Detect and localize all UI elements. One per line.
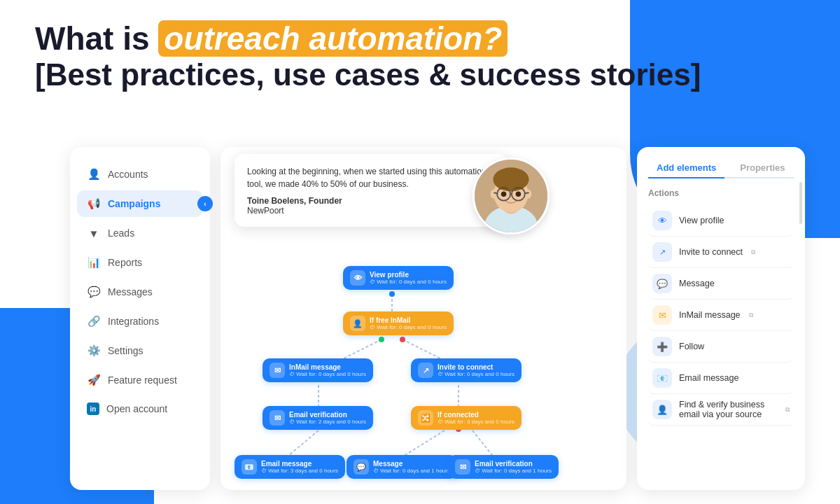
sidebar-item-campaigns[interactable]: 📢 Campaigns ‹ [77, 190, 203, 217]
panel-section-title: Actions [648, 188, 794, 198]
flow-panel: Looking at the beginning, when we starte… [220, 147, 626, 490]
sidebar-label-feature-request: Feature request [108, 374, 177, 386]
messages-icon: 💬 [87, 285, 101, 299]
svg-point-26 [379, 337, 384, 342]
follow-action-icon: ➕ [652, 337, 672, 356]
flow-node-message[interactable]: 💬 Message ⏱ Wait for: 0 days and 1 hours [346, 455, 457, 479]
sidebar-chevron[interactable]: ‹ [197, 196, 213, 211]
header-prefix: What is [35, 20, 158, 57]
action-label-invite: Invite to connect [679, 247, 743, 257]
invite-icon: ↗ [418, 363, 433, 378]
action-follow[interactable]: ➕ Follow [648, 331, 794, 363]
main-area: 👤 Accounts 📢 Campaigns ‹ ▼ Leads 📊 Repor… [70, 147, 805, 490]
testimonial-card: Looking at the beginning, when we starte… [234, 154, 507, 227]
node-label-text: InMail message [289, 363, 366, 371]
sidebar-label-open-account: Open account [106, 403, 167, 414]
action-email-message[interactable]: 📧 Email message [648, 363, 794, 394]
campaigns-icon: 📢 [87, 197, 101, 211]
flow-node-email-verification-2[interactable]: ✉ Email verification ⏱ Wait for: 0 days … [448, 455, 559, 479]
avatar-svg [475, 158, 547, 234]
tab-properties[interactable]: Properties [732, 158, 793, 178]
sidebar-item-accounts[interactable]: 👤 Accounts [77, 161, 203, 188]
testimonial-author: Toine Boelens, Founder NewPoort [247, 196, 495, 216]
settings-icon: ⚙️ [87, 344, 101, 358]
accounts-icon: 👤 [87, 167, 101, 181]
flow-node-inmail-message[interactable]: ✉ InMail message ⏱ Wait for: 0 days and … [262, 358, 373, 382]
sidebar-item-messages[interactable]: 💬 Messages [77, 279, 203, 305]
email-verify2-icon: ✉ [455, 459, 470, 475]
if-free-inmail-icon: 👤 [350, 316, 365, 331]
node-wait: ⏱ Wait for: 0 days and 1 hours [373, 468, 450, 474]
svg-point-12 [501, 191, 507, 197]
sidebar-label-messages: Messages [108, 286, 153, 298]
flow-node-invite-to-connect[interactable]: ↗ Invite to connect ⏱ Wait for: 0 days a… [411, 358, 522, 382]
svg-point-13 [516, 191, 522, 197]
sidebar-item-reports[interactable]: 📊 Reports [77, 249, 203, 276]
sidebar-label-integrations: Integrations [108, 316, 159, 327]
action-inmail-message[interactable]: ✉ InMail message ⧉ [648, 300, 794, 331]
find-email-action-icon: 👤 [652, 400, 672, 419]
sidebar-item-settings[interactable]: ⚙️ Settings [77, 337, 203, 364]
avatar [472, 158, 550, 234]
action-label-inmail: InMail message [679, 310, 741, 320]
sidebar-item-integrations[interactable]: 🔗 Integrations [77, 308, 203, 335]
header-section: What is outreach automation? [Best pract… [35, 21, 701, 93]
scrollbar[interactable] [799, 182, 802, 224]
if-connected-icon: 🔀 [418, 410, 433, 426]
flow-node-email-message[interactable]: 📧 Email message ⏱ Wait for: 3 days and 0… [234, 455, 345, 479]
node-wait: ⏱ Wait for: 0 days and 0 hours [289, 371, 366, 377]
node-label-text: Email message [261, 460, 338, 468]
sidebar-label-leads: Leads [108, 227, 134, 239]
action-label-follow: Follow [679, 342, 704, 351]
testimonial-text: Looking at the beginning, when we starte… [247, 165, 495, 190]
svg-point-5 [491, 190, 497, 199]
svg-line-10 [493, 192, 497, 193]
author-company: NewPoort [247, 206, 284, 216]
header-line1: What is outreach automation? [35, 21, 701, 57]
sidebar-item-leads[interactable]: ▼ Leads [77, 220, 203, 246]
action-find-verify-email[interactable]: 👤 Find & verify business email via your … [648, 394, 794, 426]
node-wait: ⏱ Wait for: 0 days and 0 hours [370, 279, 447, 285]
action-label-view-profile: View profile [679, 216, 724, 225]
node-label-text: Email verification [475, 460, 552, 468]
tab-add-elements[interactable]: Add elements [648, 158, 724, 178]
sidebar-item-open-account[interactable]: in Open account [77, 396, 203, 421]
sidebar-label-settings: Settings [108, 345, 144, 356]
flow-node-if-connected[interactable]: 🔀 If connected ⏱ Wait for: 3 days and 0 … [411, 406, 522, 430]
view-profile-action-icon: 👁 [652, 211, 672, 230]
action-label-find-verify: Find & verify business email via your so… [679, 400, 777, 419]
flow-node-view-profile[interactable]: 👁 View profile ⏱ Wait for: 0 days and 0 … [343, 266, 454, 290]
node-wait: ⏱ Wait for: 3 days and 0 hours [438, 419, 514, 425]
reports-icon: 📊 [87, 255, 101, 270]
panel-tabs: Add elements Properties [648, 158, 794, 178]
node-wait: ⏱ Wait for: 2 days and 0 hours [289, 419, 366, 425]
node-label-text: Message [373, 460, 450, 468]
sidebar-item-feature-request[interactable]: 🚀 Feature request [77, 367, 203, 393]
node-label-text: If free InMail [370, 316, 447, 324]
flow-node-email-verification[interactable]: ✉ Email verification ⏱ Wait for: 2 days … [262, 406, 373, 430]
external-icon-invite: ⧉ [751, 248, 755, 256]
action-invite-to-connect[interactable]: ↗ Invite to connect ⧉ [648, 237, 794, 268]
integrations-icon: 🔗 [87, 314, 101, 328]
node-label-text: If connected [438, 411, 514, 419]
view-profile-icon: 👁 [350, 270, 365, 286]
node-wait: ⏱ Wait for: 0 days and 0 hours [370, 324, 447, 330]
email-msg-icon: 📧 [241, 459, 257, 475]
flow-node-if-free-inmail[interactable]: 👤 If free InMail ⏱ Wait for: 0 days and … [343, 312, 454, 335]
inmail-action-icon: ✉ [652, 305, 672, 325]
svg-line-11 [525, 192, 529, 193]
author-name: Toine Boelens, Founder [247, 196, 342, 206]
node-wait: ⏱ Wait for: 3 days and 0 hours [261, 468, 338, 474]
action-message[interactable]: 💬 Message [648, 268, 794, 300]
node-wait: ⏱ Wait for: 0 days and 0 hours [438, 371, 514, 377]
linkedin-icon: in [87, 402, 99, 415]
svg-point-4 [493, 167, 528, 191]
action-view-profile[interactable]: 👁 View profile [648, 205, 794, 237]
leads-icon: ▼ [87, 226, 101, 240]
message-icon: 💬 [354, 459, 369, 475]
node-label-text: Email verification [289, 411, 366, 419]
sidebar: 👤 Accounts 📢 Campaigns ‹ ▼ Leads 📊 Repor… [70, 147, 210, 490]
sidebar-label-accounts: Accounts [108, 169, 148, 180]
flow-area: 👁 View profile ⏱ Wait for: 0 days and 0 … [234, 255, 612, 483]
node-wait: ⏱ Wait for: 0 days and 1 hours [475, 468, 552, 474]
